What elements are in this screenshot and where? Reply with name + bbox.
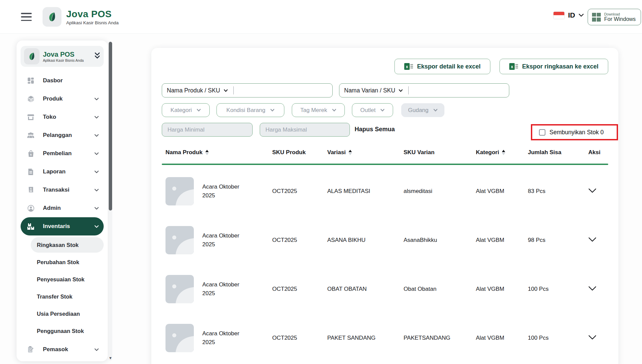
row-expand-chevron-icon[interactable] (588, 237, 596, 244)
dashboard-icon (27, 77, 35, 85)
chevron-down-icon (94, 223, 99, 230)
table-row: Acara Oktober 2025 OCT2025 PAKET SANDANG… (151, 313, 618, 362)
table-header-cell[interactable]: Jumlah Sisa (528, 149, 561, 156)
sort-icon[interactable] (502, 150, 505, 155)
app-logo: Jova POS Aplikasi Kasir Bisnis Anda (43, 7, 119, 27)
cell-variant: ASANA BIKHU (327, 237, 365, 244)
variant-search-input[interactable] (412, 87, 504, 93)
sidebar-subitem-label: Usia Persediaan (37, 311, 80, 317)
variant-search-box: Nama Varian / SKU (339, 83, 509, 97)
table-header-row: Nama Produk SKU Produk Variasi SKU Varia… (151, 149, 618, 161)
table-row: Acara Oktober 2025 OCT2025 ALAS MEDITASI… (151, 167, 618, 216)
sidebar-item-label: Admin (43, 205, 86, 212)
sidebar-item-pemasok[interactable]: Pemasok (21, 340, 104, 359)
product-image-placeholder (165, 275, 194, 303)
row-expand-chevron-icon[interactable] (588, 188, 596, 195)
chevron-down-icon (94, 150, 99, 157)
export-detail-button[interactable]: x Ekspor detail ke excel (394, 59, 490, 74)
leaf-logo-icon (24, 48, 40, 64)
cell-variant-sku: Obat Obatan (404, 286, 436, 292)
sort-icon[interactable] (205, 150, 209, 155)
svg-text:x: x (511, 64, 513, 69)
filter-dropdown[interactable]: Tag Merek (292, 103, 345, 117)
sidebar-subitem-label: Ringkasan Stok (37, 242, 79, 248)
cell-quantity: 83 Pcs (528, 188, 545, 195)
sidebar-scrollbar[interactable]: ▼ (109, 41, 112, 361)
export-summary-button[interactable]: x Ekspor ringkasan ke excel (499, 59, 608, 74)
sidebar-item[interactable]: Dasbor (21, 72, 104, 90)
filter-dropdown[interactable]: Outlet (352, 103, 393, 117)
sidebar-item[interactable]: Pelanggan (21, 126, 104, 144)
hide-zero-stock-checkbox[interactable] (539, 129, 545, 136)
sidebar-logo-card: Jova POS Aplikasi Kasir Bisnis Anda (21, 46, 104, 67)
cell-variant-sku: PAKETSANDANG (404, 335, 451, 341)
filter-dropdown[interactable]: Kategori (162, 103, 210, 117)
download-for-windows-button[interactable]: Download For Windows (588, 9, 641, 25)
sidebar-subitem[interactable]: Penyesuaian Stok (31, 272, 104, 287)
language-code: ID (568, 11, 575, 19)
sidebar-subitem[interactable]: Usia Persediaan (31, 306, 104, 321)
scrollbar-thumb[interactable] (109, 42, 112, 211)
variant-search-type-selector[interactable]: Nama Varian / SKU (344, 87, 395, 94)
language-selector[interactable]: ID (553, 11, 584, 19)
filter-dropdown[interactable]: Kondisi Barang (216, 103, 284, 117)
table-header-cell[interactable]: Variasi (327, 149, 352, 156)
product-search-input[interactable] (237, 87, 328, 93)
export-detail-label: Ekspor detail ke excel (417, 63, 481, 70)
sort-icon[interactable] (349, 150, 352, 155)
table-header-cell[interactable]: Aksi (588, 149, 600, 156)
chevron-down-icon (94, 187, 99, 193)
svg-text:$: $ (30, 153, 32, 156)
svg-text:$: $ (30, 187, 32, 190)
sidebar-collapse-icon[interactable] (94, 52, 100, 61)
sidebar-item-label: Pelanggan (43, 132, 86, 139)
filter-dropdown-label: Kategori (171, 107, 192, 114)
sidebar-item[interactable]: $ Pembelian (21, 144, 104, 163)
sidebar-item[interactable]: $ Transaksi (21, 181, 104, 199)
sidebar-subitem[interactable]: Ringkasan Stok (31, 237, 104, 253)
sidebar-subitem[interactable]: Perubahan Stok (31, 254, 104, 270)
cell-product-sku: OCT2025 (272, 188, 297, 195)
excel-icon: x (404, 62, 413, 71)
sidebar-subitem[interactable]: Penggunaan Stok (31, 323, 104, 339)
table-header-cell[interactable]: SKU Produk (272, 149, 306, 156)
chevron-down-icon (94, 168, 99, 175)
filter-dropdown-label: Kondisi Barang (226, 107, 265, 114)
sidebar-subitem[interactable]: Transfer Stok (31, 289, 104, 304)
row-expand-chevron-icon[interactable] (588, 335, 596, 341)
hamburger-menu-icon[interactable] (20, 11, 32, 22)
sidebar-item[interactable]: Laporan (21, 163, 104, 181)
chevron-down-icon (197, 109, 201, 112)
table-header-cell[interactable]: Kategori (476, 149, 505, 156)
table-header-cell[interactable]: SKU Varian (404, 149, 435, 156)
sidebar-item[interactable]: Produk (21, 90, 104, 108)
divider (408, 86, 409, 94)
chevron-down-icon (270, 109, 275, 112)
purchase-icon: $ (27, 149, 35, 158)
top-bar: Jova POS Aplikasi Kasir Bisnis Anda ID D… (0, 0, 642, 34)
table-row: Acara Oktober 2025 OCT2025 ASANA BIKHU A… (151, 216, 618, 264)
stock-summary-panel: x Ekspor detail ke excel x Ekspor ringka… (151, 48, 618, 364)
sidebar-item[interactable]: Toko (21, 108, 104, 126)
product-search-type-selector[interactable]: Nama Produk / SKU (167, 87, 220, 94)
sidebar-subitem-label: Penyesuaian Stok (37, 276, 84, 283)
row-expand-chevron-icon[interactable] (588, 286, 596, 292)
sidebar-item-label: Laporan (43, 168, 86, 175)
table-header-cell[interactable]: Nama Produk (165, 149, 209, 156)
scrollbar-down-arrow-icon[interactable]: ▼ (108, 356, 112, 360)
table-header-label: SKU Produk (272, 149, 306, 156)
sidebar-item[interactable]: Inventaris (21, 217, 104, 235)
max-price-input[interactable] (260, 123, 350, 137)
filter-dropdown-label: Tag Merek (300, 107, 327, 114)
sidebar-app-subtitle: Aplikasi Kasir Bisnis Anda (43, 58, 84, 62)
export-summary-label: Ekspor ringkasan ke excel (522, 63, 598, 70)
sidebar: Jova POS Aplikasi Kasir Bisnis Anda Dasb… (17, 40, 108, 361)
sidebar-item[interactable]: Admin (21, 199, 104, 217)
table-row: Acara Oktober 2025 OCT2025 OBAT OBATAN O… (151, 264, 618, 313)
cell-quantity: 98 Pcs (528, 237, 545, 244)
cell-quantity: 100 Pcs (528, 286, 548, 292)
min-price-input[interactable] (162, 123, 253, 137)
cell-variant-sku: alsmeditasi (404, 188, 432, 195)
cell-product-name: Acara Oktober 2025 (202, 182, 251, 200)
clear-all-filters-button[interactable]: Hapus Semua (355, 126, 395, 133)
